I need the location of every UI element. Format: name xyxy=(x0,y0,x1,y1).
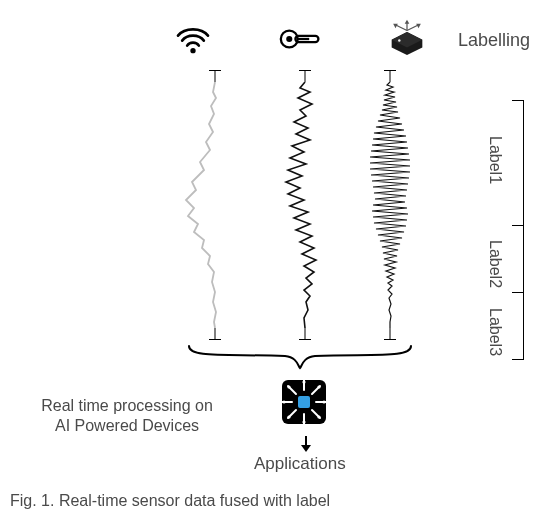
svg-point-13 xyxy=(398,39,400,41)
realtime-processing-text: Real time processing on AI Powered Devic… xyxy=(12,396,242,436)
sensor-icon-row xyxy=(170,16,430,62)
svg-point-23 xyxy=(302,380,305,383)
axis-label-3: Label3 xyxy=(486,308,504,356)
realtime-line2: AI Powered Devices xyxy=(55,417,199,434)
label-axis: Label1 Label2 Label3 xyxy=(434,100,524,360)
axis-label-1: Label1 xyxy=(486,136,504,184)
brace-icon xyxy=(185,344,415,370)
realtime-line1: Real time processing on xyxy=(41,397,213,414)
figure-caption: Fig. 1. Real-time sensor data fused with… xyxy=(10,492,330,510)
waveform-thermometer xyxy=(270,70,340,340)
labelling-heading: Labelling xyxy=(458,30,530,51)
svg-rect-4 xyxy=(297,38,309,40)
waveform-panel xyxy=(180,70,420,340)
waveform-wifi xyxy=(180,70,250,340)
svg-point-24 xyxy=(302,420,305,423)
svg-point-30 xyxy=(317,415,320,418)
svg-point-0 xyxy=(190,48,195,53)
svg-point-29 xyxy=(287,415,290,418)
waveform-imu xyxy=(355,70,425,340)
svg-point-2 xyxy=(286,36,292,42)
axis-label-2: Label2 xyxy=(486,240,504,288)
svg-marker-33 xyxy=(301,445,311,452)
down-arrow-icon xyxy=(299,436,313,452)
svg-point-28 xyxy=(317,385,320,388)
wifi-icon xyxy=(170,16,216,62)
svg-point-26 xyxy=(322,400,325,403)
figure-canvas: Labelling xyxy=(0,0,548,516)
ai-chip-icon xyxy=(276,374,332,430)
svg-rect-31 xyxy=(298,396,310,408)
thermometer-icon xyxy=(277,16,323,62)
applications-text: Applications xyxy=(254,454,346,474)
svg-point-25 xyxy=(282,400,285,403)
svg-point-27 xyxy=(287,385,290,388)
imu-icon xyxy=(384,16,430,62)
svg-marker-6 xyxy=(405,20,410,24)
